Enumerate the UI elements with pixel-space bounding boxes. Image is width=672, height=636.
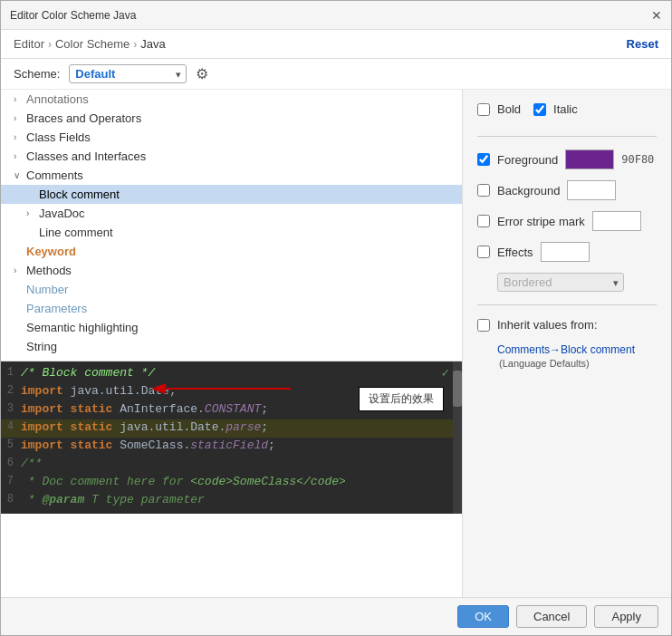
label-number: Number <box>26 283 453 296</box>
bottom-bar: OK Cancel Apply <box>1 597 671 635</box>
foreground-label[interactable]: Foreground <box>497 153 558 167</box>
foreground-hex: 90F80 <box>621 153 654 166</box>
error-label[interactable]: Error stripe mark <box>497 215 585 228</box>
code-content-1: /* Block comment */ <box>21 366 462 380</box>
italic-checkbox[interactable] <box>533 103 546 116</box>
foreground-checkbox[interactable] <box>477 153 490 166</box>
bold-row: Bold <box>477 102 521 116</box>
bold-checkbox[interactable] <box>477 103 490 116</box>
arrow-classes: › <box>14 151 26 161</box>
tree-item-blockcomment[interactable]: Block comment <box>1 185 462 204</box>
code-line-1: 1 /* Block comment */ <box>1 365 462 383</box>
scheme-select[interactable]: Default <box>69 64 187 83</box>
background-label[interactable]: Background <box>497 184 560 198</box>
tree-item-javadoc[interactable]: › JavaDoc <box>1 204 462 223</box>
inherit-checkbox[interactable] <box>477 319 490 332</box>
code-content-8: * @param T type parameter <box>21 493 462 506</box>
error-checkbox[interactable] <box>477 215 490 227</box>
arrow-braces: › <box>14 113 26 123</box>
tree-item-classes[interactable]: › Classes and Interfaces <box>1 147 462 166</box>
scheme-select-wrapper[interactable]: Default <box>69 64 187 83</box>
line-num-1: 1 <box>1 366 21 379</box>
italic-label[interactable]: Italic <box>553 102 578 116</box>
effects-color-box[interactable] <box>541 242 590 262</box>
apply-button[interactable]: Apply <box>594 605 658 628</box>
tree-item-parameters[interactable]: Parameters <box>1 299 462 318</box>
tree-item-linecomment[interactable]: Line comment <box>1 223 462 242</box>
code-line-8: 8 * @param T type parameter <box>1 492 462 510</box>
effects-label[interactable]: Effects <box>497 246 533 259</box>
inherit-label[interactable]: Inherit values from: <box>497 318 598 332</box>
scrollbar-thumb[interactable] <box>453 371 462 407</box>
divider2 <box>477 304 657 305</box>
tree-item-methods[interactable]: › Methods <box>1 261 462 280</box>
tree-item-classfields[interactable]: › Class Fields <box>1 128 462 147</box>
reset-button[interactable]: Reset <box>627 37 658 51</box>
style-row: Bold Italic <box>477 102 657 118</box>
scheme-label: Scheme: <box>14 67 60 81</box>
error-row: Error stripe mark <box>477 211 657 231</box>
arrow-comments: ∨ <box>14 170 26 180</box>
dialog-title: Editor Color Scheme Java <box>10 9 136 22</box>
foreground-row: Foreground 90F80 <box>477 149 657 169</box>
left-panel: › Annotations › Braces and Operators › C… <box>1 90 463 597</box>
background-color-box[interactable] <box>567 180 616 200</box>
tree-item-string[interactable]: String <box>1 337 462 356</box>
line-num-6: 6 <box>1 457 21 469</box>
label-classes: Classes and Interfaces <box>26 149 453 163</box>
breadcrumb-sep2: › <box>133 38 137 51</box>
tree-item-braces[interactable]: › Braces and Operators <box>1 109 462 128</box>
close-icon[interactable]: ✕ <box>651 8 662 23</box>
title-bar: Editor Color Scheme Java ✕ <box>1 1 671 30</box>
effects-checkbox[interactable] <box>477 246 490 258</box>
code-line-7: 7 * Doc comment here for <code>SomeClass… <box>1 474 462 492</box>
gear-icon[interactable]: ⚙ <box>196 65 208 82</box>
breadcrumb-sep1: › <box>48 38 52 51</box>
annotation-box: 设置后的效果 <box>359 387 444 411</box>
line-num-7: 7 <box>1 475 21 487</box>
effects-row: Effects <box>477 242 657 262</box>
inherit-sub: (Language Defaults) <box>499 358 590 369</box>
italic-row: Italic <box>533 102 578 116</box>
inherit-row: Inherit values from: <box>477 318 657 332</box>
code-line-5: 5 import static SomeClass.staticField; <box>1 438 462 456</box>
scrollbar[interactable] <box>453 361 462 514</box>
breadcrumb-java: Java <box>140 37 165 51</box>
error-color-box[interactable] <box>592 211 641 231</box>
label-annotations: Annotations <box>26 92 453 106</box>
cancel-button[interactable]: Cancel <box>516 605 587 628</box>
tree-item-comments[interactable]: ∨ Comments <box>1 166 462 185</box>
tree-item-annotations[interactable]: › Annotations <box>1 90 462 109</box>
ok-button[interactable]: OK <box>457 605 509 628</box>
divider1 <box>477 136 657 137</box>
arrow-javadoc: › <box>26 208 39 218</box>
label-javadoc: JavaDoc <box>39 207 453 220</box>
effects-select-wrapper[interactable]: Bordered <box>497 273 624 292</box>
effects-dropdown-wrapper: Bordered <box>477 273 657 292</box>
label-string: String <box>26 340 453 353</box>
background-checkbox[interactable] <box>477 184 490 197</box>
right-panel: Bold Italic Foreground 90F80 Background <box>463 90 671 597</box>
arrow-annotations: › <box>14 94 26 104</box>
label-linecomment: Line comment <box>39 226 453 239</box>
tree-item-number[interactable]: Number <box>1 280 462 299</box>
line-num-8: 8 <box>1 493 21 506</box>
scheme-row: Scheme: Default ⚙ <box>1 59 671 90</box>
effects-select[interactable]: Bordered <box>497 273 624 292</box>
breadcrumb-editor: Editor <box>14 37 44 51</box>
bold-label[interactable]: Bold <box>497 102 521 116</box>
label-blockcomment: Block comment <box>39 188 453 201</box>
tree-item-semantic[interactable]: Semantic highlighting <box>1 318 462 337</box>
tree-item-keyword[interactable]: Keyword <box>1 242 462 261</box>
code-preview-container: 1 /* Block comment */ 2 import java.util… <box>1 361 462 597</box>
code-content-4: import static java.util.Date.parse; <box>21 420 462 434</box>
inherit-link[interactable]: Comments→Block comment <box>497 343 635 356</box>
code-line-6: 6 /** <box>1 456 462 474</box>
background-row: Background <box>477 180 657 200</box>
label-comments: Comments <box>26 169 453 182</box>
line-num-3: 3 <box>1 402 21 415</box>
code-content-7: * Doc comment here for <code>SomeClass</… <box>21 475 462 488</box>
breadcrumb: Editor › Color Scheme › Java Reset <box>1 30 671 59</box>
line-num-2: 2 <box>1 384 21 397</box>
foreground-color-box[interactable] <box>565 149 614 169</box>
